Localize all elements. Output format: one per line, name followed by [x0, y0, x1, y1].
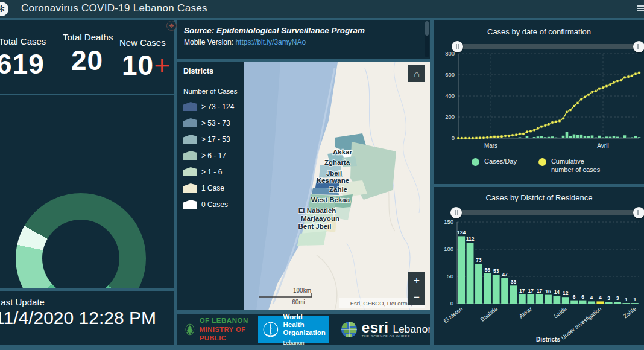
x-axis-title: Districts: [536, 336, 560, 343]
cumulative-dot: [634, 72, 637, 75]
cumulative-dot: [627, 75, 630, 78]
district-label: Akkar: [333, 148, 352, 156]
cumulative-dot: [558, 119, 561, 122]
bar-value-label: 6: [581, 294, 584, 300]
map-legend-class: > 17 - 53: [183, 135, 244, 144]
svg-text:Avril: Avril: [597, 142, 608, 149]
bar-value-label: 33: [511, 279, 517, 285]
svg-text:0: 0: [452, 135, 455, 141]
scrollbar[interactable]: [425, 21, 429, 57]
svg-text:60mi: 60mi: [292, 299, 305, 305]
district-label: El Nabatieh: [298, 207, 336, 214]
day-bar: [584, 136, 587, 138]
cumulative-dot: [457, 136, 460, 139]
day-bar: [616, 137, 619, 138]
cumulative-dot: [638, 71, 641, 74]
total-cases-value: 619: [0, 48, 45, 80]
cumulative-dot: [537, 127, 540, 130]
district-bar: [493, 275, 500, 304]
page-title: Coronavirus COVID-19 Lebanon Cases: [21, 2, 207, 14]
esri-wordmark: esri: [362, 319, 389, 336]
day-bar: [533, 137, 536, 138]
zoom-in-button[interactable]: +: [408, 272, 425, 288]
virus-icon: ✻: [0, 2, 8, 16]
day-bar: [548, 137, 551, 138]
cumulative-dot: [493, 135, 496, 138]
svg-text:Mars: Mars: [484, 142, 497, 149]
cumulative-dot: [522, 132, 525, 135]
day-bar: [623, 135, 627, 138]
day-bar: [537, 136, 540, 138]
new-cases-label: New Cases: [119, 37, 166, 48]
cumulative-dot: [620, 79, 623, 82]
cumulative-dot: [508, 135, 511, 138]
cumulative-dot: [482, 136, 485, 139]
cumulative-dot: [515, 133, 518, 136]
district-label: Zahle: [329, 186, 347, 193]
cumulative-dot: [623, 76, 627, 79]
day-bar: [566, 132, 569, 138]
district-tick-label: El Meten: [442, 305, 464, 325]
chart1-range-slider[interactable]: [457, 44, 639, 49]
district-tick-label: Akkar: [518, 305, 534, 320]
day-bar: [515, 138, 518, 138]
chart-legend-item[interactable]: Cumulative number of cases: [538, 158, 607, 174]
bar-value-label: 16: [545, 288, 551, 294]
district-bar: [631, 303, 639, 304]
mobile-version-link[interactable]: https://bit.ly/3amyNAo: [235, 38, 306, 46]
day-bar: [595, 138, 598, 138]
cedar-icon: [185, 317, 195, 342]
cumulative-dot: [584, 95, 587, 98]
who-region: Lebanon: [283, 339, 326, 345]
stats-panel: Total Cases 619 Total Deaths 20 New Case…: [0, 20, 174, 94]
source-text: Source: Epidemiological Surveillance Pro…: [184, 26, 365, 35]
day-bar: [511, 138, 514, 138]
district-chart-panel: Cases by District of Residence 050100150…: [434, 187, 644, 345]
cumulative-dot: [562, 117, 565, 120]
cumulative-dot: [566, 110, 569, 113]
hamburger-menu-icon[interactable]: [637, 4, 644, 13]
day-bar: [526, 136, 529, 139]
svg-text:150: 150: [444, 218, 453, 225]
cumulative-dot: [595, 90, 598, 93]
chart2-range-slider[interactable]: [456, 210, 639, 215]
total-deaths-label: Total Deaths: [63, 32, 113, 42]
district-bar: [553, 296, 560, 304]
last-update-label: Last Update: [0, 297, 45, 307]
day-bar: [602, 137, 605, 138]
bar-value-label: 124: [457, 229, 466, 235]
svg-text:200: 200: [445, 113, 455, 120]
expand-icon[interactable]: ✥: [166, 21, 177, 31]
cumulative-dot: [616, 80, 619, 83]
district-tick-label: Saida: [552, 305, 568, 319]
plus-icon: +: [154, 49, 171, 81]
map-legend-class: > 53 - 73: [183, 118, 244, 127]
svg-text:50: 50: [447, 273, 453, 279]
cumulative-dot: [497, 135, 500, 138]
bar-value-label: 4: [590, 294, 593, 301]
chart2-title: Cases by District of Residence: [434, 193, 644, 202]
district-bar: [596, 301, 604, 304]
bar-value-label: 4: [599, 294, 602, 301]
cumulative-dot: [511, 134, 514, 137]
cumulative-dot: [605, 84, 608, 88]
home-button[interactable]: ⌂: [408, 65, 425, 82]
svg-text:0: 0: [450, 300, 453, 307]
bar-value-label: 14: [554, 289, 560, 295]
district-bar: [605, 302, 613, 304]
bar-value-label: 3: [616, 295, 619, 301]
map-legend-class: > 6 - 17: [183, 151, 244, 160]
cumulative-dot: [548, 122, 551, 126]
esri-region: Lebanon: [393, 323, 430, 335]
district-bar: [579, 301, 587, 304]
new-cases-value: 10+: [122, 49, 171, 81]
map-panel: Districts Number of Cases > 73 - 124> 53…: [177, 62, 430, 310]
lebanon-map[interactable]: AkkarZghartaJbeilKesrwaneZahleWest Bekaa…: [244, 62, 430, 310]
cumulative-dot: [468, 136, 471, 139]
district-tick-label: Zahle: [622, 305, 637, 319]
zoom-out-button[interactable]: −: [408, 288, 425, 305]
chart-legend-item[interactable]: Cases/Day: [472, 158, 517, 174]
ministry-of-public-health-logo: REPUBLIC OF LEBANON MINISTRY OF PUBLIC H…: [185, 314, 248, 345]
bar-value-label: 17: [537, 288, 543, 294]
district-bar: [614, 302, 621, 304]
